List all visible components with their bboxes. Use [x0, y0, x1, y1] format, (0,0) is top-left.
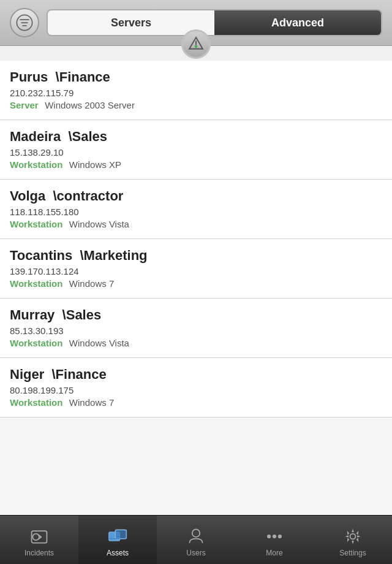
settings-label: Settings: [339, 549, 366, 557]
more-icon: [265, 527, 284, 546]
list-item[interactable]: Purus \Finance 210.232.115.79 Server Win…: [0, 61, 392, 120]
incidents-icon: [29, 527, 49, 546]
tab-more[interactable]: More: [235, 516, 314, 564]
assets-icon: [108, 527, 127, 546]
item-type: Workstation: [10, 397, 62, 408]
item-ip: 80.198.199.175: [10, 385, 382, 395]
logo-badge: [181, 29, 211, 59]
tab-settings[interactable]: Settings: [314, 516, 392, 564]
item-name: Niger \Finance: [10, 367, 382, 383]
item-meta: Workstation Windows 7: [10, 278, 382, 289]
tab-incidents[interactable]: Incidents: [0, 516, 78, 564]
svg-point-15: [192, 529, 200, 536]
item-type: Workstation: [10, 159, 62, 170]
item-meta: Workstation Windows Vista: [10, 219, 382, 230]
list-item[interactable]: Madeira \Sales 15.138.29.10 Workstation …: [0, 120, 392, 180]
item-type: Workstation: [10, 219, 62, 229]
svg-rect-13: [115, 530, 126, 538]
users-label: Users: [186, 549, 205, 557]
item-ip: 210.232.115.79: [10, 88, 382, 98]
more-label: More: [266, 549, 282, 557]
svg-point-5: [195, 45, 198, 48]
item-os: Windows Vista: [69, 338, 129, 348]
item-ip: 85.13.30.193: [10, 326, 382, 336]
svg-point-17: [273, 534, 276, 538]
users-icon: [186, 527, 206, 546]
item-name: Volga \contractor: [10, 188, 382, 204]
item-type: Server: [10, 100, 39, 110]
tab-assets[interactable]: Assets: [78, 516, 157, 564]
advanced-tab[interactable]: Advanced: [214, 10, 381, 35]
header: Servers Advanced: [0, 0, 392, 46]
item-os: Windows Vista: [69, 219, 129, 229]
item-meta: Workstation Windows XP: [10, 159, 382, 170]
item-meta: Workstation Windows 7: [10, 397, 382, 408]
list-item[interactable]: Tocantins \Marketing 139.170.113.124 Wor…: [0, 239, 392, 299]
item-ip: 15.138.29.10: [10, 147, 382, 158]
svg-point-16: [267, 534, 271, 538]
list-item[interactable]: Murray \Sales 85.13.30.193 Workstation W…: [0, 299, 392, 358]
item-os: Windows 2003 Server: [45, 100, 135, 110]
item-meta: Workstation Windows Vista: [10, 338, 382, 349]
item-os: Windows 7: [69, 278, 114, 289]
item-name: Tocantins \Marketing: [10, 248, 382, 264]
assets-label: Assets: [107, 549, 129, 557]
item-meta: Server Windows 2003 Server: [10, 100, 382, 111]
segment-control: Servers Advanced: [47, 9, 382, 36]
svg-point-18: [278, 534, 282, 538]
svg-point-19: [350, 533, 356, 539]
item-name: Murray \Sales: [10, 307, 382, 323]
item-ip: 139.170.113.124: [10, 266, 382, 276]
item-os: Windows XP: [69, 159, 121, 170]
settings-icon: [343, 527, 363, 546]
filter-button[interactable]: [10, 8, 39, 37]
item-type: Workstation: [10, 278, 62, 289]
asset-list: Purus \Finance 210.232.115.79 Server Win…: [0, 61, 392, 515]
list-item[interactable]: Niger \Finance 80.198.199.175 Workstatio…: [0, 358, 392, 417]
item-name: Purus \Finance: [10, 69, 382, 85]
item-os: Windows 7: [69, 397, 114, 408]
incidents-label: Incidents: [24, 549, 54, 557]
item-name: Madeira \Sales: [10, 129, 382, 145]
item-type: Workstation: [10, 338, 62, 348]
tab-users[interactable]: Users: [157, 516, 235, 564]
item-ip: 118.118.155.180: [10, 207, 382, 217]
tab-bar: Incidents Assets Users: [0, 515, 392, 564]
list-item[interactable]: Volga \contractor 118.118.155.180 Workst…: [0, 180, 392, 239]
